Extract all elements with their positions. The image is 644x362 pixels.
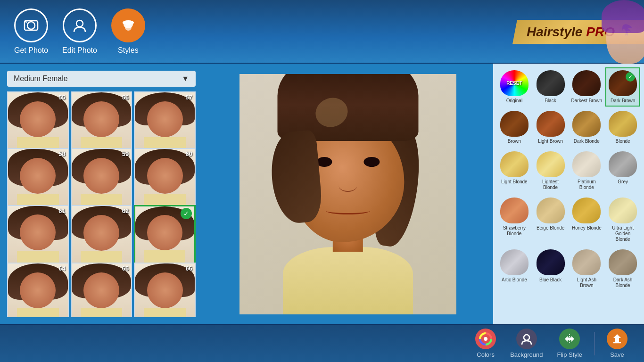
style-item-66[interactable]: 66 bbox=[134, 263, 196, 317]
style-grid: 55 56 57 58 59 60 bbox=[7, 91, 196, 317]
color-item-platinum[interactable]: Platinum Blonde bbox=[570, 148, 604, 193]
color-item-honey[interactable]: Honey Blonde bbox=[570, 195, 604, 245]
color-item-light-brown[interactable]: Light Brown bbox=[533, 108, 568, 147]
style-num-61: 61 bbox=[58, 207, 65, 214]
color-item-dark-brown[interactable]: ✓ Dark Brown bbox=[605, 67, 640, 107]
colors-icon bbox=[475, 329, 496, 349]
color-item-darkest-brown[interactable]: Darkest Brown bbox=[570, 67, 604, 107]
color-panel: RESET Original Black Darkest Brown ✓ Dar… bbox=[493, 64, 644, 324]
dropdown-value: Medium Female bbox=[14, 74, 68, 83]
color-label-light-blonde: Light Blonde bbox=[501, 179, 528, 185]
color-label-blue-black: Blue Black bbox=[539, 277, 561, 283]
styles-panel: Medium Female ▼ 55 56 57 58 59 bbox=[0, 64, 203, 324]
toolbar-separator bbox=[594, 332, 595, 355]
color-item-strawberry[interactable]: Strawberry Blonde bbox=[497, 195, 532, 245]
color-swatch-darkest-brown bbox=[572, 70, 601, 96]
styles-label: Styles bbox=[118, 46, 139, 55]
color-item-original[interactable]: RESET Original bbox=[497, 67, 532, 107]
style-num-57: 57 bbox=[186, 94, 192, 101]
color-label-brown: Brown bbox=[508, 139, 521, 144]
color-item-black[interactable]: Black bbox=[533, 67, 568, 107]
photo-preview-panel bbox=[203, 64, 493, 324]
color-item-artic[interactable]: Artic Blonde bbox=[497, 247, 532, 291]
edit-photo-label: Edit Photo bbox=[62, 46, 97, 55]
color-label-light-ash: Light Ash Brown bbox=[571, 277, 603, 288]
color-swatch-beige bbox=[537, 197, 565, 223]
color-swatch-blue-black bbox=[537, 249, 565, 275]
color-swatch-dark-ash bbox=[609, 249, 637, 275]
style-item-65[interactable]: 65 bbox=[71, 263, 132, 317]
color-label-honey: Honey Blonde bbox=[572, 225, 602, 231]
color-swatch-light-blonde bbox=[500, 151, 528, 177]
color-label-original: Original bbox=[506, 98, 522, 104]
color-swatch-dark-blonde bbox=[572, 111, 601, 137]
color-swatch-ultra-light bbox=[609, 197, 637, 223]
color-swatch-platinum bbox=[572, 151, 601, 177]
nav-get-photo[interactable]: Get Photo bbox=[14, 8, 48, 55]
style-item-58[interactable]: 58 bbox=[7, 148, 69, 210]
color-label-blonde: Blonde bbox=[616, 139, 630, 144]
flip-icon bbox=[559, 329, 580, 349]
styles-icon bbox=[111, 8, 145, 42]
style-item-63[interactable]: ✓ bbox=[134, 205, 196, 267]
color-item-blue-black[interactable]: Blue Black bbox=[533, 247, 568, 291]
background-icon bbox=[516, 329, 537, 349]
style-item-62[interactable]: 62 bbox=[71, 205, 132, 267]
color-swatch-light-brown bbox=[537, 111, 565, 137]
edit-photo-icon bbox=[63, 8, 97, 42]
nav-edit-photo[interactable]: Edit Photo bbox=[62, 8, 97, 55]
color-label-dark-blonde: Dark Blonde bbox=[574, 139, 600, 144]
color-swatch-artic bbox=[500, 249, 528, 275]
color-swatch-strawberry bbox=[500, 197, 528, 223]
flip-label: Flip Style bbox=[557, 351, 582, 358]
style-num-58: 58 bbox=[58, 150, 65, 157]
color-item-grey[interactable]: Grey bbox=[605, 148, 640, 193]
color-swatch-brown bbox=[500, 111, 528, 137]
svg-point-0 bbox=[27, 22, 35, 29]
color-item-brown[interactable]: Brown bbox=[497, 108, 532, 147]
style-num-65: 65 bbox=[122, 265, 129, 272]
color-item-ultra-light[interactable]: Ultra Light Golden Blonde bbox=[605, 195, 640, 245]
logo-illustration bbox=[587, 0, 644, 64]
style-num-55: 55 bbox=[58, 94, 65, 101]
color-swatch-dark-brown: ✓ bbox=[609, 70, 637, 96]
color-item-lightest-blonde[interactable]: Lightest Blonde bbox=[533, 148, 568, 193]
svg-point-2 bbox=[76, 20, 83, 27]
main-area: Medium Female ▼ 55 56 57 58 59 bbox=[0, 64, 644, 324]
get-photo-icon bbox=[14, 8, 48, 42]
header: Get Photo Edit Photo Styles Hairstyle PR… bbox=[0, 0, 644, 64]
colors-button[interactable]: Colors bbox=[468, 325, 503, 362]
svg-point-8 bbox=[524, 335, 529, 340]
color-item-blonde[interactable]: Blonde bbox=[605, 108, 640, 147]
style-num-59: 59 bbox=[122, 150, 129, 157]
style-item-64[interactable]: 64 bbox=[7, 263, 69, 317]
flip-style-button[interactable]: Flip Style bbox=[550, 325, 589, 362]
svg-point-5 bbox=[125, 24, 132, 31]
nav-styles[interactable]: Styles bbox=[111, 8, 145, 55]
style-item-61[interactable]: 61 bbox=[7, 205, 69, 267]
color-item-dark-blonde[interactable]: Dark Blonde bbox=[570, 108, 604, 147]
color-label-beige: Beige Blonde bbox=[537, 225, 565, 231]
style-num-56: 56 bbox=[122, 94, 129, 101]
style-item-57[interactable]: 57 bbox=[134, 91, 196, 153]
color-item-beige[interactable]: Beige Blonde bbox=[533, 195, 568, 245]
logo-area: Hairstyle PRO bbox=[503, 0, 644, 64]
style-item-59[interactable]: 59 bbox=[71, 148, 132, 210]
color-item-light-ash[interactable]: Light Ash Brown bbox=[570, 247, 604, 291]
color-label-platinum: Platinum Blonde bbox=[571, 179, 603, 190]
toolbar: Colors Background Flip Style Save bbox=[0, 324, 644, 362]
style-category-dropdown[interactable]: Medium Female ▼ bbox=[7, 71, 196, 87]
color-label-ultra-light: Ultra Light Golden Blonde bbox=[607, 225, 638, 242]
style-item-56[interactable]: 56 bbox=[71, 91, 132, 153]
background-button[interactable]: Background bbox=[503, 325, 550, 362]
color-label-grey: Grey bbox=[618, 179, 628, 185]
save-button[interactable]: Save bbox=[600, 325, 635, 362]
reset-swatch: RESET bbox=[500, 70, 528, 96]
color-swatch-black bbox=[537, 70, 565, 96]
color-item-light-blonde[interactable]: Light Blonde bbox=[497, 148, 532, 193]
background-label: Background bbox=[510, 351, 543, 358]
dropdown-arrow: ▼ bbox=[182, 74, 189, 83]
color-item-dark-ash[interactable]: Dark Ash Blonde bbox=[605, 247, 640, 291]
style-item-60[interactable]: 60 bbox=[134, 148, 196, 210]
style-item-55[interactable]: 55 bbox=[7, 91, 69, 153]
